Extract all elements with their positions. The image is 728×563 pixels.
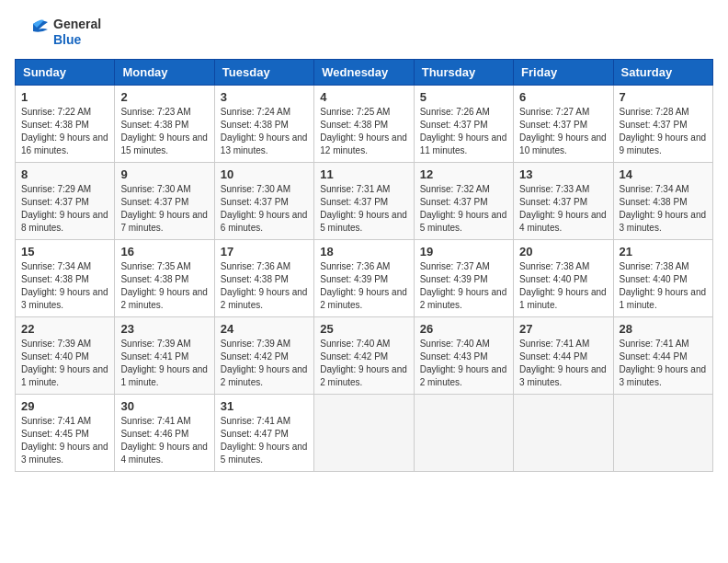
logo-bird-icon xyxy=(15,15,50,50)
day-number: 17 xyxy=(221,245,308,259)
calendar-cell: 10Sunrise: 7:30 AM Sunset: 4:37 PM Dayli… xyxy=(214,163,313,240)
day-info: Sunrise: 7:34 AM Sunset: 4:38 PM Dayligh… xyxy=(620,183,707,235)
day-info: Sunrise: 7:41 AM Sunset: 4:46 PM Dayligh… xyxy=(120,415,208,466)
calendar-cell: 19Sunrise: 7:37 AM Sunset: 4:39 PM Dayli… xyxy=(414,240,513,317)
day-number: 13 xyxy=(519,167,607,181)
weekday-header-row: SundayMondayTuesdayWednesdayThursdayFrid… xyxy=(16,60,713,86)
day-number: 22 xyxy=(21,322,108,336)
day-info: Sunrise: 7:31 AM Sunset: 4:37 PM Dayligh… xyxy=(320,183,407,235)
day-info: Sunrise: 7:39 AM Sunset: 4:40 PM Dayligh… xyxy=(21,338,108,389)
calendar-cell: 20Sunrise: 7:38 AM Sunset: 4:40 PM Dayli… xyxy=(514,240,613,317)
calendar-cell: 13Sunrise: 7:33 AM Sunset: 4:37 PM Dayli… xyxy=(514,163,613,240)
calendar-cell: 3Sunrise: 7:24 AM Sunset: 4:38 PM Daylig… xyxy=(214,86,313,163)
day-number: 26 xyxy=(420,322,507,336)
calendar-week-3: 15Sunrise: 7:34 AM Sunset: 4:38 PM Dayli… xyxy=(16,240,713,317)
day-info: Sunrise: 7:41 AM Sunset: 4:44 PM Dayligh… xyxy=(620,338,707,389)
calendar-cell: 25Sunrise: 7:40 AM Sunset: 4:42 PM Dayli… xyxy=(314,317,414,395)
day-info: Sunrise: 7:41 AM Sunset: 4:47 PM Dayligh… xyxy=(221,415,308,466)
day-number: 12 xyxy=(420,167,507,181)
day-info: Sunrise: 7:29 AM Sunset: 4:37 PM Dayligh… xyxy=(21,183,108,235)
weekday-header-monday: Monday xyxy=(115,60,214,86)
day-info: Sunrise: 7:40 AM Sunset: 4:42 PM Dayligh… xyxy=(320,338,407,389)
calendar-cell xyxy=(414,395,513,472)
day-number: 6 xyxy=(519,90,607,104)
day-number: 30 xyxy=(120,399,208,413)
calendar-cell: 21Sunrise: 7:38 AM Sunset: 4:40 PM Dayli… xyxy=(613,240,712,317)
calendar-table: SundayMondayTuesdayWednesdayThursdayFrid… xyxy=(15,59,713,472)
calendar-cell: 12Sunrise: 7:32 AM Sunset: 4:37 PM Dayli… xyxy=(414,163,513,240)
weekday-header-saturday: Saturday xyxy=(613,60,712,86)
day-number: 20 xyxy=(519,245,607,259)
calendar-week-5: 29Sunrise: 7:41 AM Sunset: 4:45 PM Dayli… xyxy=(16,395,713,472)
day-info: Sunrise: 7:30 AM Sunset: 4:37 PM Dayligh… xyxy=(120,183,208,235)
weekday-header-friday: Friday xyxy=(514,60,613,86)
day-info: Sunrise: 7:30 AM Sunset: 4:37 PM Dayligh… xyxy=(221,183,308,235)
day-number: 7 xyxy=(620,90,707,104)
page-header: General Blue xyxy=(15,15,713,50)
day-info: Sunrise: 7:39 AM Sunset: 4:41 PM Dayligh… xyxy=(120,338,208,389)
day-number: 11 xyxy=(320,167,407,181)
calendar-cell: 23Sunrise: 7:39 AM Sunset: 4:41 PM Dayli… xyxy=(115,317,214,395)
day-info: Sunrise: 7:41 AM Sunset: 4:45 PM Dayligh… xyxy=(21,415,108,466)
calendar-cell: 29Sunrise: 7:41 AM Sunset: 4:45 PM Dayli… xyxy=(16,395,115,472)
day-info: Sunrise: 7:34 AM Sunset: 4:38 PM Dayligh… xyxy=(21,260,108,312)
day-number: 29 xyxy=(21,399,108,413)
calendar-cell: 2Sunrise: 7:23 AM Sunset: 4:38 PM Daylig… xyxy=(115,86,214,163)
day-number: 10 xyxy=(221,167,308,181)
calendar-cell: 6Sunrise: 7:27 AM Sunset: 4:37 PM Daylig… xyxy=(514,86,613,163)
logo-blue-text: Blue xyxy=(53,32,101,48)
day-info: Sunrise: 7:27 AM Sunset: 4:37 PM Dayligh… xyxy=(519,106,607,157)
calendar-week-2: 8Sunrise: 7:29 AM Sunset: 4:37 PM Daylig… xyxy=(16,163,713,240)
day-number: 16 xyxy=(120,245,208,259)
day-info: Sunrise: 7:32 AM Sunset: 4:37 PM Dayligh… xyxy=(420,183,507,235)
calendar-cell: 31Sunrise: 7:41 AM Sunset: 4:47 PM Dayli… xyxy=(214,395,313,472)
day-number: 4 xyxy=(320,90,407,104)
day-number: 18 xyxy=(320,245,407,259)
day-info: Sunrise: 7:40 AM Sunset: 4:43 PM Dayligh… xyxy=(420,338,507,389)
calendar-cell: 15Sunrise: 7:34 AM Sunset: 4:38 PM Dayli… xyxy=(16,240,115,317)
calendar-cell: 4Sunrise: 7:25 AM Sunset: 4:38 PM Daylig… xyxy=(314,86,414,163)
day-info: Sunrise: 7:37 AM Sunset: 4:39 PM Dayligh… xyxy=(420,260,507,312)
day-number: 28 xyxy=(620,322,707,336)
day-info: Sunrise: 7:38 AM Sunset: 4:40 PM Dayligh… xyxy=(620,260,707,312)
calendar-cell: 26Sunrise: 7:40 AM Sunset: 4:43 PM Dayli… xyxy=(414,317,513,395)
day-number: 24 xyxy=(221,322,308,336)
day-info: Sunrise: 7:39 AM Sunset: 4:42 PM Dayligh… xyxy=(221,338,308,389)
calendar-cell xyxy=(514,395,613,472)
calendar-cell: 30Sunrise: 7:41 AM Sunset: 4:46 PM Dayli… xyxy=(115,395,214,472)
logo-general-text: General xyxy=(53,17,101,32)
calendar-cell: 17Sunrise: 7:36 AM Sunset: 4:38 PM Dayli… xyxy=(214,240,313,317)
calendar-cell: 9Sunrise: 7:30 AM Sunset: 4:37 PM Daylig… xyxy=(115,163,214,240)
weekday-header-tuesday: Tuesday xyxy=(214,60,313,86)
day-number: 3 xyxy=(221,90,308,104)
calendar-cell: 16Sunrise: 7:35 AM Sunset: 4:38 PM Dayli… xyxy=(115,240,214,317)
weekday-header-thursday: Thursday xyxy=(414,60,513,86)
calendar-cell: 14Sunrise: 7:34 AM Sunset: 4:38 PM Dayli… xyxy=(613,163,712,240)
weekday-header-sunday: Sunday xyxy=(16,60,115,86)
calendar-cell xyxy=(314,395,414,472)
calendar-week-4: 22Sunrise: 7:39 AM Sunset: 4:40 PM Dayli… xyxy=(16,317,713,395)
day-number: 27 xyxy=(519,322,607,336)
logo: General Blue xyxy=(15,15,101,50)
day-info: Sunrise: 7:23 AM Sunset: 4:38 PM Dayligh… xyxy=(120,106,208,157)
day-info: Sunrise: 7:25 AM Sunset: 4:38 PM Dayligh… xyxy=(320,106,407,157)
day-info: Sunrise: 7:36 AM Sunset: 4:38 PM Dayligh… xyxy=(221,260,308,312)
day-number: 23 xyxy=(120,322,208,336)
day-number: 1 xyxy=(21,90,108,104)
day-number: 21 xyxy=(620,245,707,259)
day-info: Sunrise: 7:26 AM Sunset: 4:37 PM Dayligh… xyxy=(420,106,507,157)
calendar-cell: 28Sunrise: 7:41 AM Sunset: 4:44 PM Dayli… xyxy=(613,317,712,395)
day-info: Sunrise: 7:28 AM Sunset: 4:37 PM Dayligh… xyxy=(620,106,707,157)
day-number: 9 xyxy=(120,167,208,181)
day-info: Sunrise: 7:24 AM Sunset: 4:38 PM Dayligh… xyxy=(221,106,308,157)
day-info: Sunrise: 7:36 AM Sunset: 4:39 PM Dayligh… xyxy=(320,260,407,312)
calendar-week-1: 1Sunrise: 7:22 AM Sunset: 4:38 PM Daylig… xyxy=(16,86,713,163)
calendar-cell: 24Sunrise: 7:39 AM Sunset: 4:42 PM Dayli… xyxy=(214,317,313,395)
day-number: 5 xyxy=(420,90,507,104)
day-number: 8 xyxy=(21,167,108,181)
calendar-cell: 7Sunrise: 7:28 AM Sunset: 4:37 PM Daylig… xyxy=(613,86,712,163)
calendar-cell: 8Sunrise: 7:29 AM Sunset: 4:37 PM Daylig… xyxy=(16,163,115,240)
day-info: Sunrise: 7:41 AM Sunset: 4:44 PM Dayligh… xyxy=(519,338,607,389)
day-info: Sunrise: 7:38 AM Sunset: 4:40 PM Dayligh… xyxy=(519,260,607,312)
day-info: Sunrise: 7:22 AM Sunset: 4:38 PM Dayligh… xyxy=(21,106,108,157)
